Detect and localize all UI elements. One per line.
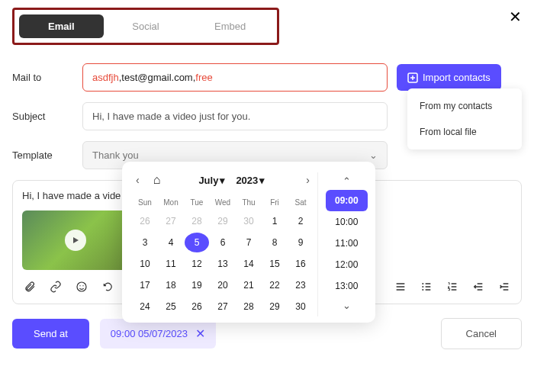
- outdent-icon[interactable]: [471, 279, 486, 294]
- template-label: Template: [12, 149, 73, 161]
- svg-point-2: [79, 285, 80, 286]
- list-numbered-icon[interactable]: [445, 279, 460, 294]
- day-1[interactable]: 1: [262, 211, 287, 231]
- day-13[interactable]: 13: [211, 254, 235, 274]
- day-2[interactable]: 2: [288, 211, 313, 231]
- undo-icon[interactable]: [100, 279, 115, 294]
- subject-label: Subject: [12, 111, 73, 122]
- dow-label: Wed: [211, 195, 235, 210]
- emoji-icon[interactable]: [74, 279, 89, 294]
- indent-icon[interactable]: [497, 279, 512, 294]
- caret-icon: ▾: [220, 175, 225, 186]
- dow-label: Sun: [133, 195, 157, 210]
- list-bullet-icon[interactable]: [419, 279, 434, 294]
- tab-email[interactable]: Email: [19, 14, 104, 38]
- day-30[interactable]: 30: [236, 211, 261, 231]
- day-29[interactable]: 29: [262, 297, 287, 316]
- time-down-icon[interactable]: ⌄: [339, 297, 354, 314]
- day-22[interactable]: 22: [262, 275, 287, 295]
- dow-label: Thu: [236, 195, 261, 210]
- dow-label: Mon: [159, 195, 183, 210]
- day-23[interactable]: 23: [288, 275, 313, 295]
- day-26[interactable]: 26: [185, 297, 209, 316]
- subject-input[interactable]: Hi, I have made a video just for you.: [82, 102, 388, 130]
- link-icon[interactable]: [48, 279, 63, 294]
- svg-point-5: [422, 286, 423, 288]
- import-contacts-button[interactable]: Import contacts: [397, 64, 501, 91]
- day-25[interactable]: 25: [159, 297, 183, 316]
- time-1300[interactable]: 13:00: [326, 275, 367, 297]
- home-icon[interactable]: ⌂: [153, 173, 161, 187]
- day-19[interactable]: 19: [185, 275, 209, 295]
- day-7[interactable]: 7: [236, 233, 261, 252]
- day-24[interactable]: 24: [133, 297, 157, 316]
- day-12[interactable]: 12: [185, 254, 209, 274]
- day-10[interactable]: 10: [133, 254, 157, 274]
- day-3[interactable]: 3: [133, 233, 157, 252]
- day-20[interactable]: 20: [211, 275, 235, 295]
- time-1200[interactable]: 12:00: [326, 254, 367, 275]
- close-icon[interactable]: ✕: [509, 8, 522, 26]
- time-1100[interactable]: 11:00: [326, 233, 367, 254]
- import-dropdown: From my contacts From local file: [407, 88, 522, 149]
- mail-to-label: Mail to: [12, 72, 73, 83]
- mail-to-input[interactable]: asdfjh,test@gmail.com,free: [82, 63, 388, 92]
- import-from-contacts[interactable]: From my contacts: [407, 93, 522, 119]
- day-14[interactable]: 14: [236, 254, 261, 274]
- scheduled-value: 09:00 05/07/2023: [111, 328, 188, 339]
- clear-schedule-icon[interactable]: ✕: [195, 326, 205, 341]
- time-0900[interactable]: 09:00: [326, 190, 368, 211]
- year-select[interactable]: 2023▾: [236, 175, 265, 186]
- day-11[interactable]: 11: [159, 254, 183, 274]
- time-column: ⌃ 09:00 10:00 11:00 12:00 13:00 ⌄: [317, 172, 368, 316]
- day-27[interactable]: 27: [159, 211, 183, 231]
- dow-label: Sat: [288, 195, 313, 210]
- day-28[interactable]: 28: [185, 211, 209, 231]
- tab-embed[interactable]: Embed: [188, 14, 272, 38]
- cancel-button[interactable]: Cancel: [441, 318, 522, 349]
- scheduled-chip: 09:00 05/07/2023 ✕: [100, 319, 216, 349]
- next-month-icon[interactable]: ›: [303, 172, 313, 188]
- time-1000[interactable]: 10:00: [326, 211, 367, 233]
- video-thumbnail[interactable]: [22, 210, 129, 270]
- day-8[interactable]: 8: [262, 233, 287, 252]
- datetime-picker: ‹ ⌂ July▾ 2023▾ › SunMonTueWedThuFriSat2…: [122, 162, 375, 323]
- tab-social[interactable]: Social: [104, 14, 188, 38]
- caret-icon: ▾: [259, 175, 265, 186]
- chevron-down-icon: ⌄: [369, 149, 378, 161]
- attachment-icon[interactable]: [22, 279, 37, 294]
- day-4[interactable]: 4: [159, 233, 183, 252]
- dow-label: Fri: [262, 195, 287, 210]
- send-at-button[interactable]: Send at: [12, 319, 89, 349]
- day-26[interactable]: 26: [133, 211, 157, 231]
- import-label: Import contacts: [423, 72, 491, 83]
- align-justify-icon[interactable]: [393, 279, 408, 294]
- day-30[interactable]: 30: [288, 297, 313, 316]
- day-27[interactable]: 27: [211, 297, 235, 316]
- svg-point-3: [82, 285, 83, 286]
- svg-point-1: [77, 282, 86, 291]
- share-tabs: Email Social Embed: [12, 8, 279, 45]
- day-16[interactable]: 16: [288, 254, 313, 274]
- dow-label: Tue: [185, 195, 209, 210]
- day-6[interactable]: 6: [211, 233, 235, 252]
- import-from-file[interactable]: From local file: [407, 119, 522, 145]
- time-up-icon[interactable]: ⌃: [339, 172, 354, 190]
- day-29[interactable]: 29: [211, 211, 235, 231]
- plus-icon: [407, 72, 418, 83]
- day-21[interactable]: 21: [236, 275, 261, 295]
- play-icon: [65, 230, 86, 251]
- day-17[interactable]: 17: [133, 275, 157, 295]
- calendar-grid: SunMonTueWedThuFriSat2627282930123456789…: [133, 195, 313, 316]
- day-15[interactable]: 15: [262, 254, 287, 274]
- month-select[interactable]: July▾: [198, 175, 225, 186]
- day-28[interactable]: 28: [236, 297, 261, 316]
- day-5[interactable]: 5: [185, 233, 209, 252]
- svg-point-4: [422, 283, 423, 284]
- svg-point-6: [422, 289, 423, 291]
- prev-month-icon[interactable]: ‹: [133, 172, 143, 188]
- day-18[interactable]: 18: [159, 275, 183, 295]
- day-9[interactable]: 9: [288, 233, 313, 252]
